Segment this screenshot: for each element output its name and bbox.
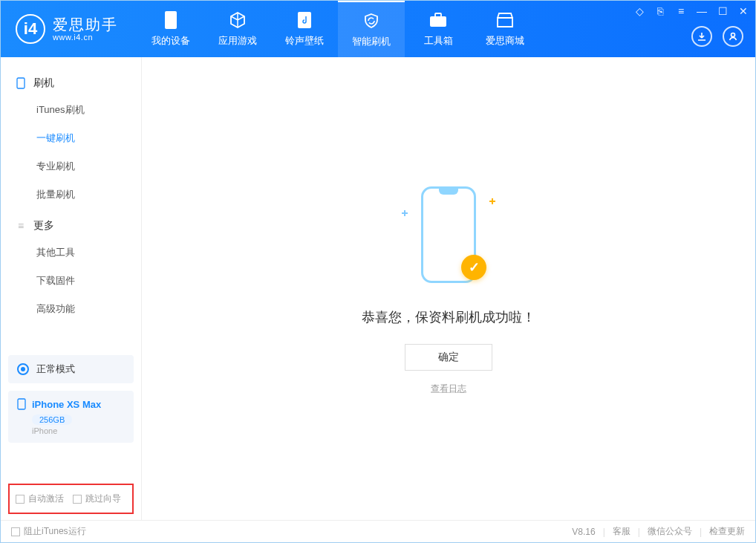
sidebar-item-oneclick-flash[interactable]: 一键刷机: [1, 124, 141, 152]
device-name-row: iPhone XS Max: [17, 398, 125, 410]
svg-rect-3: [435, 13, 441, 17]
sidebar-head-flash: 刷机: [1, 71, 141, 96]
device-icon: [161, 10, 180, 30]
checkbox-icon: [16, 495, 25, 504]
device-info-row[interactable]: iPhone XS Max 256GB iPhone: [8, 391, 134, 443]
close-button[interactable]: ✕: [737, 5, 749, 17]
tab-label: 应用游戏: [218, 34, 257, 48]
header-right-buttons: [691, 26, 743, 47]
sidebar-item-pro-flash[interactable]: 专业刷机: [1, 152, 141, 181]
skin-icon[interactable]: ◇: [633, 5, 645, 17]
app-title-block: 爱思助手 www.i4.cn: [53, 16, 118, 42]
feedback-icon[interactable]: ⎘: [654, 5, 666, 17]
user-button[interactable]: [723, 26, 743, 47]
checkbox-auto-activate[interactable]: 自动激活: [16, 492, 64, 505]
sidebar-head-more: ≡ 更多: [1, 213, 141, 238]
status-bar: 阻止iTunes运行 V8.16 | 客服 | 微信公众号 | 检查更新: [1, 520, 755, 542]
sidebar-section-more: ≡ 更多 其他工具 下载固件 高级功能: [1, 213, 141, 323]
download-button[interactable]: [691, 26, 712, 47]
separator: |: [603, 527, 605, 537]
sparkle-icon: [489, 198, 495, 204]
sidebar-section-flash: 刷机 iTunes刷机 一键刷机 专业刷机 批量刷机: [1, 71, 141, 209]
phone-small-icon: [16, 78, 26, 88]
footer-left: 阻止iTunes运行: [11, 525, 86, 538]
tab-label: 智能刷机: [352, 35, 391, 48]
tab-toolbox[interactable]: 工具箱: [405, 1, 472, 57]
mode-dot-icon: [17, 363, 29, 375]
cube-icon: [228, 10, 247, 30]
device-mode: 正常模式: [36, 362, 75, 376]
device-name: iPhone XS Max: [32, 399, 101, 410]
tab-label: 铃声壁纸: [285, 34, 324, 48]
footer-right: V8.16 | 客服 | 微信公众号 | 检查更新: [572, 525, 745, 538]
app-body: 刷机 iTunes刷机 一键刷机 专业刷机 批量刷机 ≡ 更多 其他工具 下载固…: [1, 57, 755, 520]
toolbox-icon: [428, 10, 448, 30]
window-controls: ◇ ⎘ ≡ ― ☐ ✕: [633, 5, 749, 17]
checkbox-label: 自动激活: [28, 492, 64, 505]
menu-icon[interactable]: ≡: [675, 5, 687, 17]
device-type: iPhone: [32, 426, 125, 435]
tab-label: 爱思商城: [486, 34, 524, 48]
device-panel: 正常模式 iPhone XS Max 256GB iPhone: [8, 355, 134, 443]
maximize-button[interactable]: ☐: [717, 5, 729, 17]
svg-rect-6: [18, 399, 25, 409]
sidebar-item-itunes-flash[interactable]: iTunes刷机: [1, 96, 141, 124]
footer-link-wechat[interactable]: 微信公众号: [648, 525, 692, 538]
list-icon: ≡: [16, 221, 26, 231]
checkbox-label: 跳过向导: [85, 492, 121, 505]
tab-apps-games[interactable]: 应用游戏: [204, 1, 271, 57]
app-domain: www.i4.cn: [53, 33, 118, 42]
sidebar-item-batch-flash[interactable]: 批量刷机: [1, 181, 141, 209]
tab-smart-flash[interactable]: 智能刷机: [338, 1, 405, 57]
logo-area: i4 爱思助手 www.i4.cn: [1, 14, 130, 44]
svg-rect-2: [430, 16, 446, 27]
options-highlight-box: 自动激活 跳过向导: [8, 484, 134, 514]
separator: |: [700, 527, 702, 537]
app-name: 爱思助手: [53, 16, 118, 33]
music-file-icon: [295, 10, 314, 30]
main-content: ✓ 恭喜您，保资料刷机成功啦！ 确定 查看日志: [142, 57, 755, 520]
sidebar-item-other-tools[interactable]: 其他工具: [1, 238, 141, 267]
sidebar-item-download-firmware[interactable]: 下载固件: [1, 267, 141, 295]
phone-outline-icon: [17, 398, 26, 410]
svg-rect-5: [17, 78, 25, 88]
checkbox-skip-guide[interactable]: 跳过向导: [73, 492, 121, 505]
sidebar-item-advanced[interactable]: 高级功能: [1, 295, 141, 323]
view-log-link[interactable]: 查看日志: [431, 383, 466, 395]
tab-label: 我的设备: [151, 34, 190, 48]
app-header: i4 爱思助手 www.i4.cn 我的设备 应用游戏 铃声壁纸 智能刷机 工具…: [1, 1, 755, 57]
success-illustration: ✓: [400, 182, 497, 293]
svg-rect-0: [165, 11, 177, 29]
tab-store[interactable]: 爱思商城: [472, 1, 538, 57]
svg-point-4: [731, 33, 735, 37]
success-check-icon: ✓: [461, 255, 486, 280]
minimize-button[interactable]: ―: [696, 5, 708, 17]
tab-ringtone-wallpaper[interactable]: 铃声壁纸: [271, 1, 338, 57]
checkbox-block-itunes[interactable]: 阻止iTunes运行: [11, 525, 86, 538]
main-tabs: 我的设备 应用游戏 铃声壁纸 智能刷机 工具箱 爱思商城: [137, 1, 538, 57]
footer-link-support[interactable]: 客服: [613, 525, 630, 538]
checkbox-icon: [11, 527, 20, 536]
device-capacity: 256GB: [32, 414, 72, 425]
tab-my-device[interactable]: 我的设备: [137, 1, 204, 57]
section-title: 更多: [33, 219, 54, 233]
footer-link-update[interactable]: 检查更新: [709, 525, 745, 538]
sidebar: 刷机 iTunes刷机 一键刷机 专业刷机 批量刷机 ≡ 更多 其他工具 下载固…: [1, 57, 142, 520]
tab-label: 工具箱: [424, 34, 453, 48]
checkbox-label: 阻止iTunes运行: [24, 525, 86, 538]
shop-icon: [495, 10, 515, 30]
app-logo-icon: i4: [16, 14, 45, 44]
checkbox-icon: [73, 495, 82, 504]
section-title: 刷机: [33, 77, 54, 90]
confirm-button[interactable]: 确定: [405, 344, 492, 371]
version-label: V8.16: [572, 527, 595, 537]
success-message: 恭喜您，保资料刷机成功啦！: [362, 308, 535, 326]
sparkle-icon: [402, 210, 408, 216]
device-mode-row[interactable]: 正常模式: [8, 355, 134, 383]
refresh-shield-icon: [362, 11, 381, 30]
separator: |: [638, 527, 640, 537]
